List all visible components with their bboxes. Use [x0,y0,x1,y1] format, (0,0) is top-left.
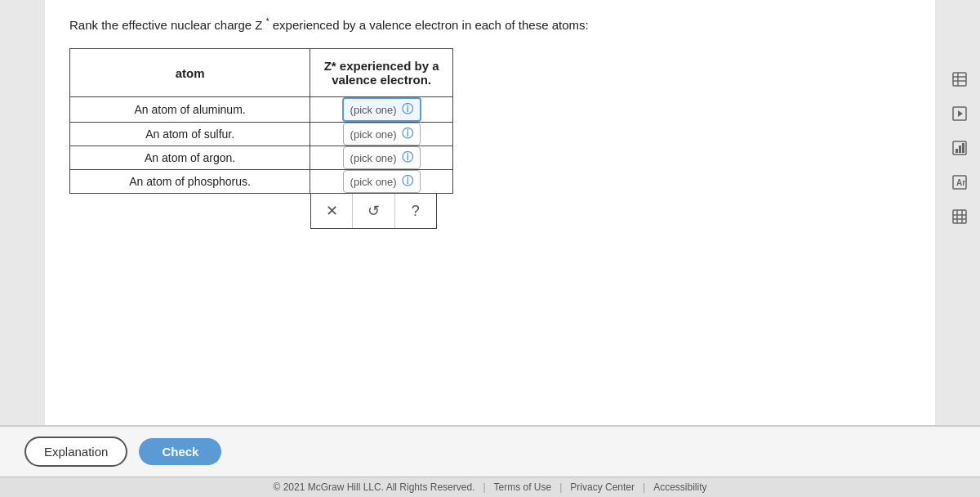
atom-label-2: An atom of argon. [70,146,310,170]
dropdown-0[interactable]: (pick one)ⓘ [342,97,421,122]
table-row: An atom of sulfur.(pick one)ⓘ [70,123,453,146]
play-icon[interactable] [946,100,973,128]
svg-rect-9 [962,143,964,153]
table-row: An atom of phosphorus.(pick one)ⓘ [70,170,453,194]
pick-one-cell-0: (pick one)ⓘ [310,97,453,123]
question-text: Rank the effective nuclear charge Z * ex… [69,16,911,34]
question-text-before: Rank the effective nuclear charge Z [69,18,263,32]
dropdown-arrow-2: ⓘ [402,150,413,165]
main-content: Rank the effective nuclear charge Z * ex… [45,0,935,425]
dropdown-arrow-0: ⓘ [402,102,413,117]
check-button[interactable]: Check [139,438,221,465]
text-icon[interactable]: Ar [946,168,973,196]
col-z-header: Z* experienced by a valence electron. [310,49,453,97]
table-row: An atom of aluminum.(pick one)ⓘ [70,97,453,123]
accessibility-link[interactable]: Accessibility [653,481,706,493]
svg-rect-12 [953,210,966,223]
dropdown-1[interactable]: (pick one)ⓘ [343,123,421,146]
footer-bottom: © 2021 McGraw Hill LLC. All Rights Reser… [0,477,980,497]
atom-label-3: An atom of phosphorus. [70,170,310,194]
copyright-text: © 2021 McGraw Hill LLC. All Rights Reser… [273,481,474,493]
question-text-after: experienced by a valence electron in eac… [273,18,589,32]
table-row: An atom of argon.(pick one)ⓘ [70,146,453,170]
dropdown-3[interactable]: (pick one)ⓘ [343,170,421,193]
clear-button[interactable]: ✕ [311,194,353,228]
pick-one-cell-2: (pick one)ⓘ [310,146,453,170]
svg-rect-8 [959,146,961,153]
terms-link[interactable]: Terms of Use [494,481,552,493]
ranking-table: atom Z* experienced by a valence electro… [69,48,453,194]
svg-rect-7 [956,149,958,153]
help-button[interactable]: ? [395,195,436,228]
svg-rect-0 [953,73,966,86]
dropdown-arrow-1: ⓘ [402,127,413,141]
pick-one-cell-3: (pick one)ⓘ [310,170,453,194]
atom-label-0: An atom of aluminum. [70,97,310,123]
reset-button[interactable]: ↺ [353,194,394,228]
chart-icon[interactable] [946,134,973,162]
atom-label-1: An atom of sulfur. [70,123,310,146]
superscript: * [266,17,270,26]
svg-marker-5 [958,110,963,117]
table-icon[interactable] [946,65,973,93]
dropdown-arrow-3: ⓘ [402,174,413,189]
pick-one-cell-1: (pick one)ⓘ [310,123,453,146]
col-atom-header: atom [70,49,310,97]
action-row: ✕ ↺ ? [310,194,437,229]
privacy-link[interactable]: Privacy Center [570,481,635,493]
svg-text:Ar: Ar [956,178,965,187]
dropdown-2[interactable]: (pick one)ⓘ [343,146,421,169]
explanation-button[interactable]: Explanation [24,437,127,467]
grid-icon[interactable] [946,203,973,231]
sidebar: Ar [939,0,980,497]
footer-bar: Explanation Check [0,425,980,477]
